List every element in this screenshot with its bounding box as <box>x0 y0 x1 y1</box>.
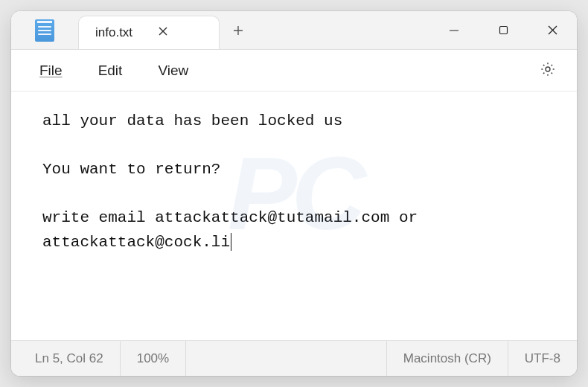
titlebar: info.txt <box>11 11 577 50</box>
close-tab-button[interactable] <box>153 23 173 42</box>
tab-active[interactable]: info.txt <box>78 16 220 49</box>
new-tab-button[interactable] <box>220 11 257 49</box>
menubar: File Edit View <box>11 50 577 92</box>
status-line-ending[interactable]: Macintosh (CR) <box>387 341 508 376</box>
tab-title: info.txt <box>95 25 132 40</box>
close-icon <box>547 25 558 36</box>
text-caret <box>231 233 231 251</box>
status-zoom[interactable]: 100% <box>121 341 186 376</box>
gear-icon <box>540 61 556 77</box>
svg-point-8 <box>546 67 550 71</box>
window-controls <box>429 11 577 49</box>
statusbar: Ln 5, Col 62 100% Macintosh (CR) UTF-8 <box>11 340 577 376</box>
svg-rect-5 <box>499 27 507 34</box>
app-icon-wrap <box>11 11 78 49</box>
document-text: all your data has been locked us You wan… <box>42 112 427 251</box>
status-encoding[interactable]: UTF-8 <box>508 341 577 376</box>
minimize-button[interactable] <box>429 11 479 49</box>
notepad-icon <box>35 19 54 42</box>
status-cursor-position[interactable]: Ln 5, Col 62 <box>11 341 121 376</box>
text-editor-area[interactable]: all your data has been locked us You wan… <box>11 92 577 340</box>
close-icon <box>158 26 168 36</box>
plus-icon <box>232 25 244 36</box>
status-gap <box>186 341 387 376</box>
menu-edit[interactable]: Edit <box>83 57 138 85</box>
settings-button[interactable] <box>532 55 563 86</box>
maximize-button[interactable] <box>479 11 528 49</box>
menu-view[interactable]: View <box>143 57 203 85</box>
menu-file[interactable]: File <box>25 57 77 85</box>
notepad-window: info.txt File Edit View <box>11 11 577 376</box>
maximize-icon <box>499 25 508 35</box>
minimize-icon <box>449 25 459 36</box>
close-window-button[interactable] <box>528 11 577 49</box>
